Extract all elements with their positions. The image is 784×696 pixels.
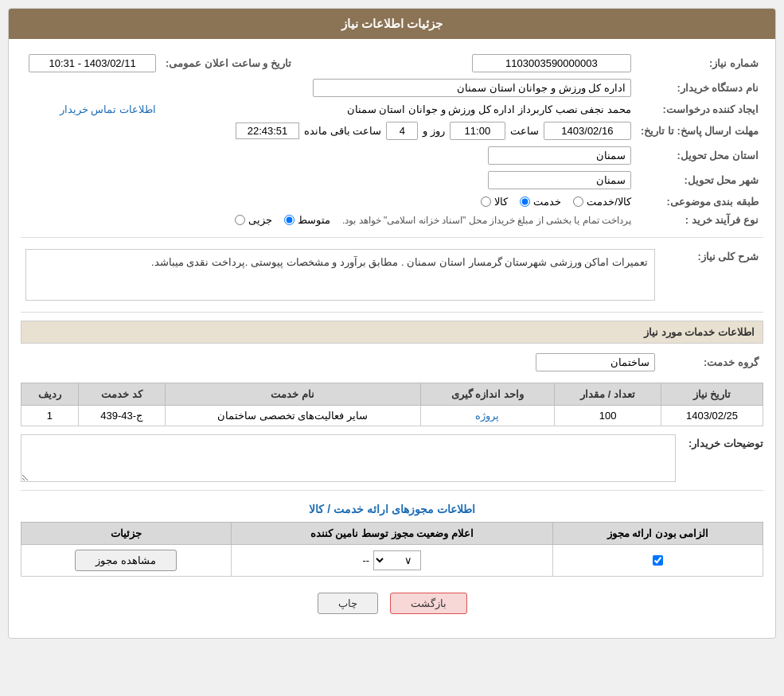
purchase-type-motavaset: متوسط [284, 214, 330, 226]
permit-view-button[interactable]: مشاهده مجوز [75, 550, 177, 571]
purchase-type-jozi-label: جزیی [248, 214, 272, 226]
permits-col-details: جزئیات [21, 523, 232, 545]
purchase-type-note: پرداخت تمام یا بخشی از مبلغ خریداز محل "… [342, 215, 631, 226]
requester-value: محمد نجفی نصب کاربرداز اداره کل ورزش و ج… [347, 103, 631, 115]
print-button[interactable]: چاپ [318, 593, 378, 614]
buyer-notes-label: توضیحات خریدار: [684, 434, 763, 449]
deadline-remaining-label: ساعت باقی مانده [304, 125, 381, 137]
description-label: شرح کلی نیاز: [660, 246, 763, 304]
city-row: شهر محل تحویل: [21, 168, 763, 192]
permits-header: اطلاعات مجوزهای ارائه خدمت / کالا [21, 503, 763, 515]
purchase-type-motavaset-radio[interactable] [284, 215, 294, 225]
deadline-time-label: ساعت [510, 125, 539, 137]
category-khedmat-label: خدمت [533, 196, 561, 208]
purchase-type-row: نوع فرآیند خرید : پرداخت تمام یا بخشی از… [21, 211, 763, 229]
requester-label: ایجاد کننده درخواست: [636, 100, 763, 119]
permit-status-select[interactable]: ∨ [373, 550, 421, 570]
announce-value [21, 51, 161, 76]
city-label: شهر محل تحویل: [636, 168, 763, 192]
need-number-label: شماره نیاز: [636, 51, 763, 76]
footer-buttons: بازگشت چاپ [21, 593, 763, 626]
description-text: تعمیرات اماکن ورزشی شهرستان گرمسار استان… [25, 249, 655, 301]
services-table-body: 1403/02/25 100 پروژه سایر فعالیت‌های تخص… [21, 406, 763, 426]
province-row: استان محل تحویل: [21, 143, 763, 168]
permit-required-checkbox[interactable] [653, 555, 663, 566]
service-code: ج-43-439 [78, 406, 165, 426]
service-row-number: 1 [21, 406, 79, 426]
service-unit: پروژه [420, 406, 555, 426]
buyer-notes-textarea[interactable] [21, 434, 676, 482]
separator-2 [21, 312, 763, 313]
separator-3 [21, 490, 763, 491]
category-label: طبقه بندی موضوعی: [636, 192, 763, 211]
col-service-code: کد خدمت [78, 383, 165, 406]
permits-col-status: اعلام وضعیت مجوز توسط نامین کننده [231, 523, 553, 545]
category-kala: کالا [481, 196, 508, 208]
announce-input[interactable] [29, 54, 156, 72]
deadline-remaining-value: 22:43:51 [236, 122, 299, 139]
permits-header-row: الزامی بودن ارائه مجوز اعلام وضعیت مجوز … [21, 523, 763, 545]
purchase-type-label: نوع فرآیند خرید : [636, 211, 763, 229]
requester-contact-link[interactable]: اطلاعات تماس خریدار [60, 103, 156, 115]
announce-label: تاریخ و ساعت اعلان عمومی: [161, 51, 296, 76]
province-input[interactable] [488, 146, 631, 165]
category-khedmat: خدمت [520, 196, 561, 208]
purchase-type-motavaset-label: متوسط [298, 214, 330, 226]
permits-table: الزامی بودن ارائه مجوز اعلام وضعیت مجوز … [21, 522, 763, 577]
category-kala-khedmat-radio[interactable] [573, 196, 583, 207]
buyer-org-input[interactable] [313, 79, 631, 97]
need-number-row: شماره نیاز: تاریخ و ساعت اعلان عمومی: [21, 51, 763, 76]
category-kala-khedmat: کالا/خدمت [573, 196, 631, 208]
service-row-1: 1403/02/25 100 پروژه سایر فعالیت‌های تخص… [21, 406, 763, 426]
buyer-org-label: نام دستگاه خریدار: [636, 76, 763, 100]
deadline-days-label: روز و [423, 125, 445, 137]
requester-row: ایجاد کننده درخواست: محمد نجفی نصب کاربر… [21, 100, 763, 119]
permit-status-value: -- [362, 554, 369, 566]
service-group-table: گروه خدمت: [21, 350, 763, 375]
permits-col-required: الزامی بودن ارائه مجوز [553, 523, 763, 545]
back-button[interactable]: بازگشت [390, 593, 467, 614]
main-card: جزئیات اطلاعات نیاز شماره نیاز: تاریخ و … [8, 8, 776, 639]
col-row: ردیف [21, 383, 79, 406]
city-input[interactable] [488, 171, 631, 189]
deadline-time-input[interactable] [450, 122, 505, 140]
permit-required-cell [553, 545, 763, 577]
category-row: طبقه بندی موضوعی: کالا/خدمت خدمت [21, 192, 763, 211]
category-kala-label: کالا [494, 196, 508, 208]
page-title: جزئیات اطلاعات نیاز [9, 9, 775, 39]
purchase-type-radio-group: پرداخت تمام یا بخشی از مبلغ خریداز محل "… [25, 214, 631, 226]
service-unit-link[interactable]: پروژه [475, 410, 499, 422]
purchase-type-jozi-radio[interactable] [235, 215, 245, 225]
buyer-notes-wrapper: توضیحات خریدار: [21, 434, 763, 482]
category-kala-radio[interactable] [481, 196, 491, 207]
description-row: شرح کلی نیاز: تعمیرات اماکن ورزشی شهرستا… [21, 246, 763, 304]
permits-table-body: ∨ -- مشاهده مجوز [21, 545, 763, 577]
purchase-type-jozi: جزیی [235, 214, 272, 226]
col-date: تاریخ نیاز [661, 383, 763, 406]
permits-table-head: الزامی بودن ارائه مجوز اعلام وضعیت مجوز … [21, 523, 763, 545]
permit-required-checkbox-wrapper [560, 555, 756, 566]
permit-status-cell: ∨ -- [231, 545, 553, 577]
col-unit: واحد اندازه گیری [420, 383, 555, 406]
permit-details-cell: مشاهده مجوز [21, 545, 232, 577]
separator-1 [21, 237, 763, 238]
service-group-row: گروه خدمت: [21, 350, 763, 375]
purchase-type-note-item: پرداخت تمام یا بخشی از مبلغ خریداز محل "… [342, 215, 631, 226]
deadline-date-input[interactable] [544, 122, 631, 140]
buyer-org-row: نام دستگاه خریدار: [21, 76, 763, 100]
need-number-input[interactable] [472, 54, 631, 72]
col-quantity: تعداد / مقدار [555, 383, 661, 406]
services-table-head: تاریخ نیاز تعداد / مقدار واحد اندازه گیر… [21, 383, 763, 406]
permit-row-1: ∨ -- مشاهده مجوز [21, 545, 763, 577]
service-group-input[interactable] [536, 353, 655, 371]
category-khedmat-radio[interactable] [520, 196, 530, 207]
services-table: تاریخ نیاز تعداد / مقدار واحد اندازه گیر… [21, 383, 763, 426]
need-number-value [463, 51, 636, 76]
deadline-days-input[interactable] [386, 122, 418, 140]
category-kala-khedmat-label: کالا/خدمت [587, 196, 631, 208]
page-wrapper: جزئیات اطلاعات نیاز شماره نیاز: تاریخ و … [0, 0, 784, 696]
service-date: 1403/02/25 [661, 406, 763, 426]
services-section-header: اطلاعات خدمات مورد نیاز [21, 321, 763, 344]
card-body: شماره نیاز: تاریخ و ساعت اعلان عمومی: نا… [9, 39, 775, 638]
deadline-fields: ساعت روز و ساعت باقی مانده 22:43:51 [25, 122, 631, 140]
